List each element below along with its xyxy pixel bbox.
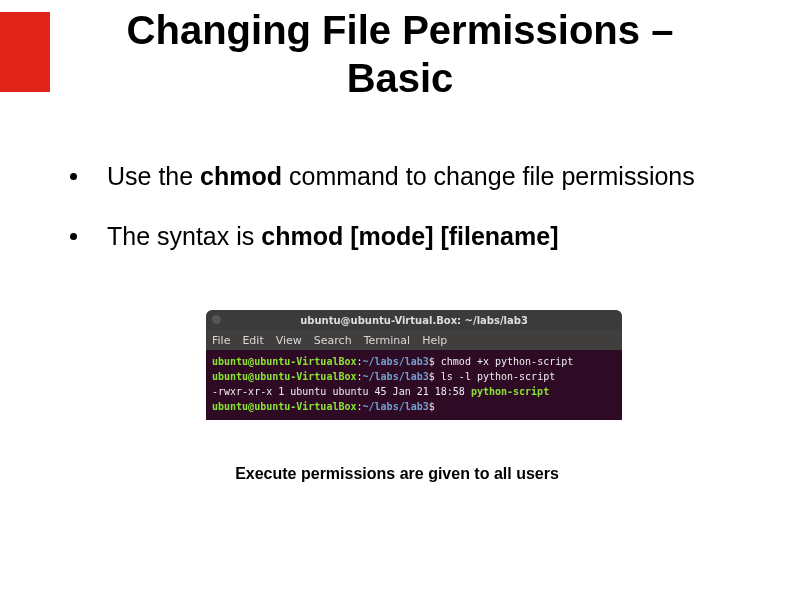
terminal-body[interactable]: ubuntu@ubuntu-VirtualBox:~/labs/lab3$ ch… — [206, 350, 622, 420]
bullet-icon — [70, 173, 77, 180]
bullet-text: The syntax is chmod [mode] [filename] — [107, 220, 558, 254]
slide-title: Changing File Permissions – Basic — [80, 6, 720, 102]
prompt-path: ~/labs/lab3 — [363, 371, 429, 382]
ls-output: -rwxr-xr-x 1 ubuntu ubuntu 45 Jan 21 18:… — [212, 386, 471, 397]
prompt-path: ~/labs/lab3 — [363, 356, 429, 367]
prompt-path: ~/labs/lab3 — [363, 401, 429, 412]
prompt-dollar: $ — [429, 401, 441, 412]
caption-text: Execute permissions are given to all use… — [0, 465, 794, 483]
list-item: Use the chmod command to change file per… — [70, 160, 710, 194]
menu-terminal[interactable]: Terminal — [364, 334, 411, 347]
menu-edit[interactable]: Edit — [242, 334, 263, 347]
bullet-icon — [70, 233, 77, 240]
bullet-text: Use the chmod command to change file per… — [107, 160, 695, 194]
terminal-cmd: chmod +x python-script — [441, 356, 573, 367]
text-run: command to change file permissions — [282, 162, 695, 190]
terminal-titlebar: ubuntu@ubuntu-Virtual.Box: ~/labs/lab3 — [206, 310, 622, 330]
menu-file[interactable]: File — [212, 334, 230, 347]
list-item: The syntax is chmod [mode] [filename] — [70, 220, 710, 254]
menu-help[interactable]: Help — [422, 334, 447, 347]
menu-search[interactable]: Search — [314, 334, 352, 347]
terminal-menubar: File Edit View Search Terminal Help — [206, 330, 622, 350]
menu-view[interactable]: View — [276, 334, 302, 347]
slide: Changing File Permissions – Basic Use th… — [0, 0, 794, 595]
terminal-window: ubuntu@ubuntu-Virtual.Box: ~/labs/lab3 F… — [206, 310, 622, 420]
text-run: The syntax is — [107, 222, 261, 250]
accent-block — [0, 12, 50, 92]
text-bold: chmod — [200, 162, 282, 190]
prompt-dollar: $ — [429, 371, 441, 382]
text-run: Use the — [107, 162, 200, 190]
bullet-list: Use the chmod command to change file per… — [70, 160, 710, 280]
prompt-dollar: $ — [429, 356, 441, 367]
ls-filename: python-script — [471, 386, 549, 397]
text-bold: chmod [mode] [filename] — [261, 222, 558, 250]
window-control-icon — [212, 315, 221, 324]
terminal-title-text: ubuntu@ubuntu-Virtual.Box: ~/labs/lab3 — [300, 315, 528, 326]
terminal-cmd: ls -l python-script — [441, 371, 555, 382]
prompt-user: ubuntu@ubuntu-VirtualBox — [212, 401, 357, 412]
prompt-user: ubuntu@ubuntu-VirtualBox — [212, 356, 357, 367]
prompt-user: ubuntu@ubuntu-VirtualBox — [212, 371, 357, 382]
